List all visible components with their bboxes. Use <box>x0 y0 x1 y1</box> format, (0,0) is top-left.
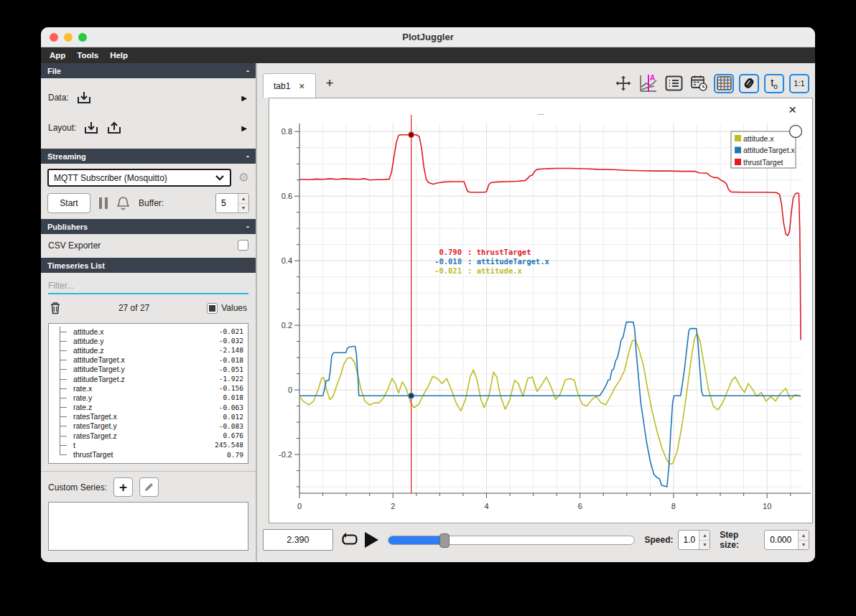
timeseries-name: t <box>73 441 215 449</box>
edit-custom-series-button[interactable] <box>139 477 159 497</box>
timeseries-row[interactable]: attitudeTarget.x-0.018 <box>53 355 248 365</box>
step-size-spinbox[interactable]: 0.000 ▲ ▼ <box>764 530 809 550</box>
spin-up-icon[interactable]: ▲ <box>238 194 248 204</box>
timeseries-row[interactable]: rate.z-0.063 <box>53 403 248 412</box>
data-import-icon[interactable] <box>76 90 92 105</box>
loop-icon[interactable] <box>341 532 358 548</box>
ratio-button[interactable]: 1:1 <box>789 74 809 93</box>
spin-down-icon[interactable]: ▼ <box>699 541 710 550</box>
buffer-label: Buffer: <box>139 198 164 208</box>
file-section-header[interactable]: File - <box>41 63 256 78</box>
sidebar: File - Data: ▶ Layout: <box>41 63 257 561</box>
timeseries-name: ratesTarget.x <box>73 412 223 421</box>
svg-text:attitudeTarget.x: attitudeTarget.x <box>743 146 796 154</box>
tracker-chart-icon: A <box>639 74 658 93</box>
custom-series-list[interactable] <box>48 502 248 551</box>
tab-tab1[interactable]: tab1 × <box>263 73 316 98</box>
timeseries-name: thrustTarget <box>73 450 227 459</box>
delete-trash-icon[interactable] <box>50 302 61 314</box>
grid-view-button[interactable] <box>714 74 734 93</box>
notifications-bell-icon[interactable] <box>116 196 130 210</box>
svg-text:0.8: 0.8 <box>282 127 292 136</box>
layout-export-icon[interactable] <box>106 121 122 135</box>
svg-text:attitude.x: attitude.x <box>743 134 774 143</box>
streaming-section-header[interactable]: Streaming - <box>41 149 256 164</box>
timeseries-row[interactable]: ratesTarget.x0.012 <box>53 412 248 421</box>
minimize-window-button[interactable] <box>64 33 73 42</box>
timeseries-row[interactable]: attitude.y-0.032 <box>53 336 248 345</box>
playback-controls: 2.390 Speed: 1.0 ▲ ▼ <box>263 528 809 551</box>
chart[interactable]: 0246810-0.200.20.40.60.80.790: thrustTar… <box>269 98 814 524</box>
spin-down-icon[interactable]: ▼ <box>799 541 809 550</box>
pencil-icon <box>144 482 154 493</box>
menu-item-app[interactable]: App <box>50 51 65 60</box>
add-custom-series-button[interactable]: + <box>113 477 133 497</box>
timeseries-name: attitudeTarget.z <box>73 375 219 383</box>
plot-panel[interactable]: 0246810-0.200.20.40.60.80.790: thrustTar… <box>269 98 813 523</box>
svg-text:0.2: 0.2 <box>282 321 292 330</box>
play-button[interactable] <box>365 532 378 548</box>
svg-text:6: 6 <box>578 502 582 510</box>
menu-item-help[interactable]: Help <box>110 51 128 60</box>
spin-up-icon[interactable]: ▲ <box>699 531 710 541</box>
timeseries-name: rate.x <box>73 384 219 393</box>
data-row: Data: ▶ <box>48 83 248 113</box>
publishers-section-header[interactable]: Publishers - <box>41 219 256 234</box>
values-label: Values <box>221 303 247 313</box>
custom-series-label: Custom Series: <box>48 482 107 493</box>
zoom-window-button[interactable] <box>78 33 87 42</box>
time-value-field[interactable]: 2.390 <box>263 529 333 551</box>
close-window-button[interactable] <box>50 33 58 42</box>
timeseries-row[interactable]: ratesTarget.y-0.083 <box>53 421 248 431</box>
layout-import-icon[interactable] <box>83 121 99 135</box>
timeseries-row[interactable]: thrustTarget0.79 <box>53 449 248 459</box>
pause-icon[interactable] <box>99 197 108 209</box>
link-axes-button[interactable] <box>739 74 759 93</box>
timeseries-row[interactable]: attitudeTarget.y-0.051 <box>53 365 248 374</box>
speed-label: Speed: <box>644 535 673 545</box>
timeseries-row[interactable]: ratesTarget.z0.676 <box>53 431 248 440</box>
values-checkbox[interactable] <box>207 303 218 314</box>
slider-handle[interactable] <box>439 533 450 548</box>
data-list-button[interactable] <box>664 74 684 93</box>
start-button[interactable]: Start <box>47 193 90 213</box>
timeseries-count: 27 of 27 <box>61 303 207 313</box>
tab-close-icon[interactable]: × <box>299 80 304 92</box>
timeseries-list[interactable]: attitude.x-0.021attitude.y-0.032attitude… <box>48 323 248 464</box>
svg-text:4: 4 <box>484 502 488 510</box>
collapse-icon: - <box>246 66 249 76</box>
data-menu-arrow-icon[interactable]: ▶ <box>241 94 248 102</box>
menu-item-tools[interactable]: Tools <box>77 51 98 60</box>
timeseries-row[interactable]: attitude.x-0.021 <box>53 327 248 336</box>
timeseries-value: -0.083 <box>219 422 243 430</box>
window-title: PlotJuggler <box>41 27 815 47</box>
buffer-spinbox[interactable]: 5 ▲ ▼ <box>215 193 249 213</box>
timeseries-row[interactable]: t245.548 <box>53 440 248 449</box>
streaming-settings-gear-icon[interactable]: ⚙ <box>238 172 249 184</box>
timeseries-row[interactable]: attitudeTarget.z-1.922 <box>53 374 248 383</box>
calendar-clock-icon <box>690 75 708 92</box>
timeseries-row[interactable]: rate.y0.018 <box>53 393 248 402</box>
spin-down-icon[interactable]: ▼ <box>238 204 248 213</box>
timeseries-value: -1.922 <box>219 375 243 383</box>
timeline-slider[interactable] <box>388 536 636 545</box>
timeseries-value: -0.032 <box>219 337 243 345</box>
pan-move-button[interactable] <box>613 74 633 93</box>
streaming-source-dropdown[interactable]: MQTT Subscriber (Mosquitto) <box>47 169 231 187</box>
time-offset-button[interactable]: to <box>764 74 784 93</box>
csv-exporter-checkbox[interactable] <box>238 240 248 251</box>
layout-menu-arrow-icon[interactable]: ▶ <box>241 124 248 132</box>
timeseries-name: ratesTarget.y <box>73 421 219 430</box>
timeseries-filter-input[interactable] <box>48 279 248 294</box>
curve-tracker-button[interactable]: A <box>638 74 659 93</box>
speed-spinbox[interactable]: 1.0 ▲ ▼ <box>678 530 711 550</box>
timeseries-row[interactable]: attitude.z-2.148 <box>53 345 248 355</box>
new-tab-button[interactable]: + <box>326 75 334 91</box>
timeseries-row[interactable]: rate.x-0.156 <box>53 383 248 393</box>
date-time-button[interactable] <box>689 74 709 93</box>
spin-up-icon[interactable]: ▲ <box>799 531 809 541</box>
layout-row: Layout: ▶ <box>48 113 248 143</box>
plot-close-icon[interactable]: × <box>788 103 796 116</box>
timeseries-section-header[interactable]: Timeseries List <box>41 258 256 273</box>
svg-text:-0.2: -0.2 <box>279 450 292 459</box>
